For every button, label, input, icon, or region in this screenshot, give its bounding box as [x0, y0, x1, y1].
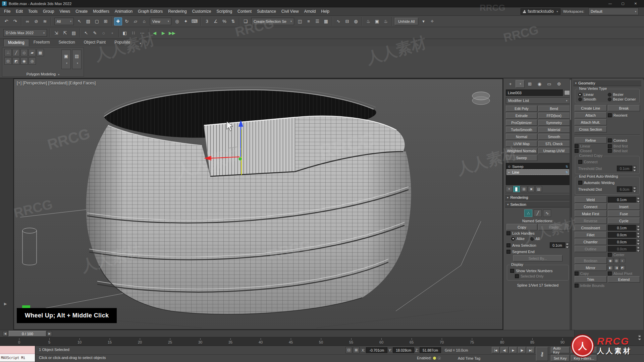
menu-item-scripting[interactable]: Scripting — [214, 8, 235, 15]
insert-button[interactable]: Insert — [608, 203, 640, 210]
navigation-gizmo[interactable] — [472, 92, 490, 105]
modifier-button-normal[interactable]: Normal — [506, 134, 537, 140]
mirror-tools-icon[interactable]: ◧ — [121, 29, 129, 37]
all-radio[interactable] — [530, 237, 534, 241]
mirror-vertical-icon[interactable]: ◨ — [614, 265, 619, 270]
project-path-dropdown[interactable]: D:\3ds Max 2022 — [3, 29, 47, 37]
maxscript-mini-listener[interactable]: MAXScript Mi — [0, 346, 36, 362]
y-coordinate-field[interactable]: 18.028cm — [393, 347, 414, 353]
spinner-arrows[interactable] — [636, 197, 640, 202]
selection-lock-icon[interactable]: ⊠ — [353, 347, 360, 353]
selection-filter-dropdown[interactable]: All — [54, 18, 74, 25]
modifier-button-unwrap-uvw[interactable]: Unwrap UVW — [538, 148, 570, 154]
shaded-faces-icon[interactable]: ◩ — [12, 57, 20, 65]
preview-subobject-icon[interactable]: ⊡ — [4, 57, 12, 65]
about-pivot-checkbox[interactable] — [608, 272, 612, 276]
select-by-button[interactable]: Select By... — [513, 255, 562, 261]
outline-value[interactable]: 0.0cm — [608, 246, 636, 252]
extend-button[interactable]: Extend — [608, 276, 640, 283]
modifier-button-bend[interactable]: Bend — [538, 106, 570, 112]
select-object-icon[interactable]: ↖ — [75, 17, 84, 25]
outline-spinner[interactable]: 0.0cm — [608, 246, 640, 252]
reference-coordinate-dropdown[interactable]: View — [150, 18, 171, 25]
layer-explorer-icon[interactable]: ☰ — [313, 17, 321, 25]
segment-subobject-icon[interactable]: ╱ — [534, 209, 542, 217]
play-button[interactable]: ▶ — [509, 347, 517, 353]
spinner-arrows[interactable] — [566, 242, 569, 248]
cross-insert-value[interactable]: 0.1cm — [608, 225, 636, 231]
menu-item-civil-view[interactable]: Civil View — [279, 8, 302, 15]
previous-frame-button[interactable]: ◀| — [500, 347, 508, 353]
edit-named-selections-icon[interactable]: ❏ — [241, 17, 250, 25]
select-and-scale-icon[interactable]: ▱ — [131, 17, 140, 25]
pin-stack-icon[interactable]: ⌖ — [506, 186, 513, 192]
use-soft-selection-icon[interactable]: ◉ — [20, 57, 28, 65]
isolate-selection-icon[interactable]: ⊡ — [345, 347, 352, 353]
menu-item-views[interactable]: Views — [57, 8, 73, 15]
bezier-corner-radio[interactable] — [608, 98, 611, 101]
hierarchy-tab-icon[interactable]: ⊞ — [525, 80, 534, 88]
bottle-mesh-model[interactable] — [86, 87, 411, 314]
scene-library-icon[interactable]: ▤ — [70, 29, 78, 37]
area-selection-value[interactable]: 0.1cm — [550, 242, 565, 248]
make-first-button[interactable]: Make First — [575, 210, 607, 217]
viewport-canvas[interactable] — [14, 79, 502, 329]
spinner-arrows[interactable] — [636, 225, 640, 231]
curve-editor-icon[interactable]: ∿ — [334, 17, 342, 25]
named-selection-dropdown[interactable]: Create Selection Se — [251, 18, 294, 25]
brush-preset-icon[interactable]: ◦ — [108, 29, 116, 37]
menu-item-edit[interactable]: Edit — [13, 8, 25, 15]
z-coordinate-field[interactable]: 51.887cm — [420, 347, 441, 353]
spinner-arrows[interactable] — [636, 239, 640, 245]
spinner-snap-icon[interactable]: ⇅ — [229, 17, 237, 25]
track-bar[interactable]: 051015202530354045505560657075808590 — [0, 337, 574, 346]
use-pivot-center-icon[interactable]: ◎ — [173, 17, 181, 25]
x-coordinate-field[interactable]: -0.701cm — [366, 347, 387, 353]
lock-handles-checkbox[interactable] — [506, 231, 511, 235]
ignore-backfacing-icon[interactable]: ◎ — [29, 57, 36, 65]
set-key-button[interactable]: Set Key — [551, 355, 570, 361]
expand-arrow-icon[interactable]: ▸ — [507, 171, 511, 174]
configure-modifier-sets-icon[interactable]: ▤ — [535, 186, 542, 192]
reverse-button[interactable]: Reverse — [575, 218, 607, 224]
threshold-value-1[interactable]: 0.1cm — [617, 166, 632, 171]
polygon-modeling-dropdown[interactable]: Polygon Modeling — [2, 72, 84, 76]
spinner-arrows[interactable] — [636, 232, 640, 238]
create-line-button[interactable]: Create Line — [575, 105, 607, 111]
select-and-manipulate-icon[interactable]: ✦ — [182, 17, 190, 25]
break-button[interactable]: Break — [608, 105, 640, 111]
set-keys-button[interactable]: ⚷ — [536, 347, 548, 361]
redo-icon[interactable]: ↷ — [11, 17, 19, 25]
menu-item-tools[interactable]: Tools — [25, 8, 40, 15]
maxscript-listener-row[interactable]: MAXScript Mi — [0, 354, 35, 362]
ribbon-tab-object-paint[interactable]: Object Paint — [79, 39, 110, 46]
mirror-both-icon[interactable]: ◩ — [620, 265, 625, 270]
viewport[interactable]: [+] [Perspective] [Standard] [Edged Face… — [13, 78, 503, 330]
spinner-arrows[interactable] — [633, 186, 636, 192]
select-tool-icon[interactable]: ↖ — [82, 29, 90, 37]
unlink-selection-icon[interactable]: ⊘ — [32, 17, 40, 25]
segment-end-checkbox[interactable] — [506, 250, 511, 254]
menu-item-create[interactable]: Create — [73, 8, 90, 15]
copy-selection-button[interactable]: Copy — [506, 224, 537, 230]
ribbon-tab-populate[interactable]: Populate — [110, 39, 135, 46]
next-frame-arrow[interactable]: ▶ — [47, 331, 52, 336]
modifier-button-edit-poly[interactable]: Edit Poly — [506, 106, 537, 112]
object-name-field[interactable]: Line003 — [506, 89, 563, 96]
refine-button[interactable]: Refine — [575, 137, 607, 143]
array-tools-icon[interactable]: ∷ — [129, 29, 138, 37]
auto-key-button[interactable]: Auto Key — [551, 347, 570, 353]
scene-converter-icon[interactable]: ✧ — [428, 17, 436, 25]
automatic-welding-checkbox[interactable] — [578, 181, 582, 185]
attach-button[interactable]: Attach — [575, 112, 607, 118]
time-slider[interactable]: ◀ 0 / 100 ▶ — [0, 330, 574, 337]
remove-modifier-icon[interactable]: ✖ — [528, 186, 535, 192]
connect-button[interactable]: Connect — [575, 203, 607, 210]
fillet-spinner[interactable]: 0.0cm — [608, 232, 640, 238]
add-time-tag[interactable]: Add Time Tag — [458, 356, 480, 360]
boolean-button[interactable]: Boolean — [575, 257, 607, 264]
undo-icon[interactable]: ↶ — [2, 17, 10, 25]
viewport-layout-tab-arrow[interactable]: ▶ — [4, 302, 7, 306]
maximize-button[interactable]: ▢ — [616, 0, 629, 7]
window-crossing-icon[interactable]: ⊞ — [102, 17, 110, 25]
